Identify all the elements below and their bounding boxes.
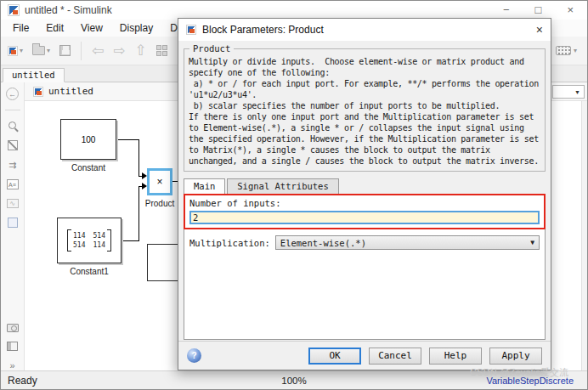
signal-viewer-icon[interactable]: ∿ bbox=[7, 199, 19, 208]
description-line: to Element-wise(.*), a single * or / col… bbox=[189, 122, 540, 133]
csdn-watermark: CSDN @Zevalis爱交流 bbox=[470, 366, 568, 379]
matrix-cell: 114 bbox=[93, 241, 105, 249]
minimize-button[interactable]: − bbox=[503, 1, 510, 20]
tab-untitled[interactable]: untitled bbox=[3, 68, 65, 82]
left-bracket-icon bbox=[67, 229, 71, 252]
ok-button[interactable]: OK bbox=[308, 348, 361, 365]
constant1-matrix: 114 514 514 114 bbox=[67, 229, 111, 252]
menu-display[interactable]: Display bbox=[111, 20, 161, 37]
multiplication-dropdown[interactable]: Element-wise(.*) ▼ bbox=[275, 235, 540, 250]
simulation-pacing-button[interactable]: ▾ bbox=[556, 46, 582, 55]
breadcrumb-model-name[interactable]: untitled bbox=[48, 86, 93, 97]
help-button[interactable]: Help bbox=[429, 348, 482, 365]
expand-chevrons-icon[interactable]: » bbox=[9, 360, 14, 370]
description-line: If there is only one input port and the … bbox=[189, 111, 540, 122]
dialog-title-bar: Block Parameters: Product × bbox=[178, 19, 551, 41]
up-arrow-icon: ⇧ bbox=[135, 43, 147, 59]
dialog-tabs: Main Signal Attributes bbox=[184, 178, 546, 194]
wire-constant1-to-product[interactable] bbox=[122, 240, 139, 241]
back-button[interactable]: ⇦ bbox=[90, 42, 105, 60]
chevron-down-icon: ▾ bbox=[574, 47, 577, 54]
library-browser-button[interactable] bbox=[155, 43, 170, 59]
description-line: to Matrix(*), a single * causes the bloc… bbox=[189, 144, 540, 155]
simulink-window: untitled * - Simulink − □ × File Edit Vi… bbox=[0, 0, 588, 390]
fit-to-view-icon[interactable] bbox=[8, 140, 18, 150]
save-icon bbox=[59, 45, 71, 56]
dialog-footer: ? OK Cancel Help Apply bbox=[178, 341, 551, 370]
pacing-icon bbox=[556, 46, 571, 55]
up-to-parent-button[interactable]: ⇧ bbox=[133, 42, 149, 60]
zoom-icon[interactable] bbox=[8, 122, 16, 129]
product-block[interactable]: × bbox=[147, 168, 172, 195]
constant1-block[interactable]: 114 514 514 114 bbox=[57, 218, 122, 263]
signal-routing-icon[interactable]: ⇉ bbox=[8, 160, 16, 170]
open-folder-icon bbox=[32, 46, 45, 55]
matrix-cell: 514 bbox=[93, 232, 105, 240]
wire-constant1-to-product[interactable] bbox=[139, 186, 139, 241]
description-line: the specified operation. However, if the… bbox=[189, 133, 540, 144]
simulink-icon bbox=[186, 25, 196, 35]
close-button[interactable]: × bbox=[567, 1, 574, 20]
description-line: Multiply or divide inputs. Choose elemen… bbox=[189, 56, 540, 67]
palette-divider bbox=[5, 110, 20, 110]
menu-view[interactable]: View bbox=[72, 20, 111, 37]
cancel-button[interactable]: Cancel bbox=[369, 348, 421, 365]
maximize-button[interactable]: □ bbox=[535, 1, 542, 20]
matrix-cell: 514 bbox=[73, 241, 85, 249]
constant-block[interactable]: 100 bbox=[60, 119, 116, 160]
palette-toolbar: ← ⇉ A≡ ∿ » bbox=[1, 82, 25, 370]
description-line: specify one of the following: bbox=[189, 67, 540, 78]
description-line: b) scalar specifies the number of input … bbox=[189, 100, 540, 111]
new-model-button[interactable]: ▾ bbox=[6, 44, 25, 58]
constant-value: 100 bbox=[82, 135, 96, 144]
area-icon[interactable] bbox=[8, 218, 18, 228]
forward-arrow-icon: ⇨ bbox=[113, 43, 125, 59]
title-bar: untitled * - Simulink − □ × bbox=[1, 1, 587, 20]
group-label: Product bbox=[189, 43, 234, 54]
wire-constant-to-product[interactable] bbox=[139, 139, 139, 177]
constant1-block-label: Constant1 bbox=[48, 267, 130, 276]
new-model-icon bbox=[8, 46, 18, 56]
description-line: a) * or / for each input port. For examp… bbox=[189, 78, 540, 89]
multiplication-row: Multiplication: Element-wise(.*) ▼ bbox=[189, 235, 540, 250]
menu-edit[interactable]: Edit bbox=[37, 20, 72, 37]
dialog-close-button[interactable]: × bbox=[536, 19, 543, 41]
chevron-down-icon: ▼ bbox=[530, 239, 534, 246]
breadcrumb-search-combo[interactable]: ▼ bbox=[552, 85, 585, 99]
simulink-icon bbox=[33, 87, 43, 97]
tab-signal-attributes[interactable]: Signal Attributes bbox=[227, 178, 338, 194]
number-of-inputs-input[interactable] bbox=[189, 211, 540, 224]
multiplication-label: Multiplication: bbox=[189, 238, 270, 248]
help-sphere-icon[interactable]: ? bbox=[187, 348, 201, 363]
model-browser-icon[interactable] bbox=[7, 342, 18, 351]
annotation-icon[interactable]: A≡ bbox=[7, 179, 19, 189]
save-button[interactable] bbox=[58, 43, 72, 58]
multiplication-value: Element-wise(.*) bbox=[280, 238, 366, 248]
constant-block-label: Constant bbox=[52, 163, 125, 172]
window-controls: − □ × bbox=[503, 1, 580, 20]
back-arrow-icon: ⇦ bbox=[92, 43, 104, 59]
number-of-inputs-label: Number of inputs: bbox=[184, 195, 545, 209]
toolbar-separator bbox=[81, 42, 82, 60]
apply-button[interactable]: Apply bbox=[489, 348, 542, 365]
chevron-down-icon: ▾ bbox=[20, 47, 23, 54]
open-button[interactable]: ▾ bbox=[31, 44, 52, 57]
matrix-cell: 114 bbox=[73, 232, 85, 240]
description-line: unchanged, and a single / causes the blo… bbox=[189, 155, 540, 167]
product-description-group: Product Multiply or divide inputs. Choos… bbox=[184, 48, 546, 172]
window-title: untitled * - Simulink bbox=[25, 4, 112, 16]
block-description: Multiply or divide inputs. Choose elemen… bbox=[189, 56, 540, 167]
chevron-down-icon: ▾ bbox=[47, 47, 50, 54]
dialog-title: Block Parameters: Product bbox=[202, 24, 324, 36]
canvas-scrollbar[interactable] bbox=[581, 101, 588, 370]
description-line: 'u1*u2/u3*u4'. bbox=[189, 89, 540, 100]
forward-button[interactable]: ⇨ bbox=[111, 42, 127, 60]
tab-main[interactable]: Main bbox=[184, 178, 225, 194]
wire-constant-to-product[interactable] bbox=[116, 139, 139, 140]
menu-file[interactable]: File bbox=[4, 20, 37, 37]
chevron-down-icon: ▼ bbox=[574, 89, 580, 95]
hide-browser-button[interactable]: ← bbox=[6, 88, 19, 100]
library-grid-icon bbox=[156, 45, 168, 57]
main-tab-panel: Number of inputs: Multiplication: Elemen… bbox=[184, 194, 546, 340]
screenshot-icon[interactable] bbox=[7, 324, 19, 332]
